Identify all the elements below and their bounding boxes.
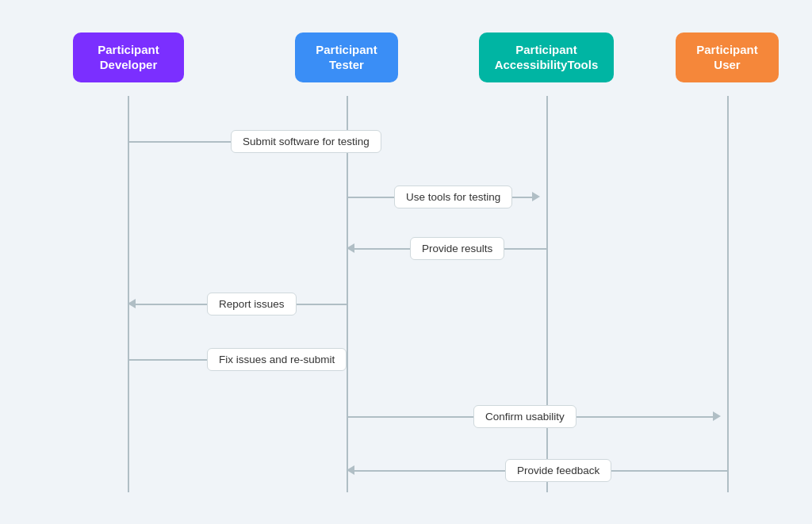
message-submit-software: Submit software for testing: [128, 130, 347, 154]
lifeline-accessibility: [546, 96, 548, 492]
lifeline-tester: [347, 96, 348, 492]
participant-user: Participant User: [676, 33, 779, 82]
message-label-report-issues: Report issues: [207, 293, 297, 316]
message-label-provide-results: Provide results: [410, 237, 504, 260]
lifeline-user: [727, 96, 729, 492]
message-confirm-usability: Confirm usability: [347, 405, 727, 429]
message-provide-feedback: Provide feedback: [347, 459, 727, 483]
participant-tester: Participant Tester: [295, 33, 398, 82]
message-provide-results: Provide results: [347, 237, 546, 261]
message-label-fix-issues: Fix issues and re-submit: [207, 348, 347, 371]
participant-developer: Participant Developer: [73, 33, 184, 82]
message-label-confirm-usability: Confirm usability: [473, 405, 576, 428]
message-use-tools: Use tools for testing: [347, 186, 546, 209]
sequence-diagram: Participant Developer Participant Tester…: [25, 17, 787, 508]
message-fix-issues: Fix issues and re-submit: [128, 348, 347, 372]
message-label-use-tools: Use tools for testing: [394, 186, 512, 208]
message-label-submit: Submit software for testing: [231, 130, 381, 153]
participant-accessibility: Participant AccessibilityTools: [479, 33, 614, 82]
message-label-provide-feedback: Provide feedback: [505, 459, 611, 482]
message-report-issues: Report issues: [128, 293, 347, 316]
